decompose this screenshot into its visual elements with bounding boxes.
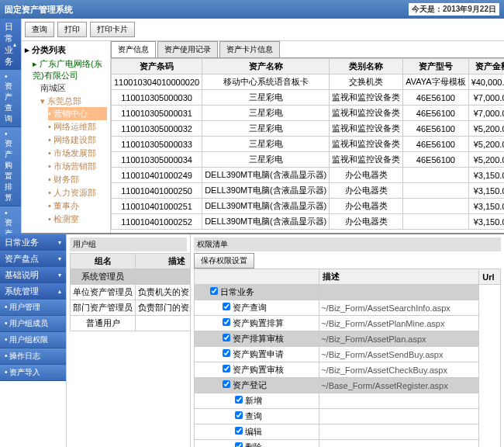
col-header: 资产名称 [202, 59, 330, 74]
search-button[interactable]: 查询 [25, 22, 54, 37]
col-header: 资产型号 [403, 59, 468, 74]
chevron-up-icon: ▴ [13, 41, 16, 48]
table-row[interactable]: 110010305000032三星彩电监视和监控设备类46E56100¥5,20… [112, 121, 505, 137]
table-row[interactable]: 110010401000249DELL390MT电脑(含液晶显示器)办公电器类¥… [112, 168, 505, 183]
toolbar: 查询 打印 打印卡片 [22, 19, 504, 41]
nav-section[interactable]: 资产盘点▾ [0, 251, 66, 267]
perm-checkbox[interactable] [210, 287, 218, 295]
permission-panel: 权限清单 保存权限设置 描述Url 日常业务 资产查询~/Biz_Form/As… [190, 234, 504, 447]
print-card-button[interactable]: 打印卡片 [90, 22, 135, 37]
col-header: 资产金额 [468, 59, 504, 74]
left-sidebar: 日常业务▴ • 资产查询• 资产购置排算• 资产排算审核• 资产购置申请• 资产… [0, 19, 21, 233]
tab[interactable]: 资产卡片信息 [219, 41, 280, 57]
tree-leaf[interactable]: • 网络建设部 [48, 133, 107, 147]
category-tree: ▸ 分类列表 ▸ 广东广电网络(东莞)有限公司 南城区 ▾ 东莞总部 • 营销中… [22, 41, 111, 233]
table-row[interactable]: 110010304010000020移动中心系统语音板卡交换机类AVAYA字母模… [112, 74, 505, 90]
perm-row[interactable]: 日常业务 [195, 285, 501, 300]
perm-checkbox[interactable] [235, 396, 243, 404]
tree-leaf[interactable]: • 董事办 [48, 199, 107, 213]
tree-leaf[interactable]: • 财务部 [48, 173, 107, 186]
table-row[interactable]: 110010305000031三星彩电监视和监控设备类46E56100¥7,00… [112, 106, 505, 121]
left-sidebar-2: 日常业务▾资产盘点▾基础说明▾系统管理▴ • 用户管理• 用户组成员• 用户组权… [0, 234, 66, 447]
perm-row[interactable]: 新增 [195, 393, 501, 409]
tree-leaf[interactable]: • 检测室 [48, 213, 107, 226]
nav-section-daily[interactable]: 日常业务▴ [0, 19, 21, 70]
tab-bar: 资产信息资产使用记录资产卡片信息 [111, 41, 504, 58]
tree-root[interactable]: ▸ 广东广电网络(东莞)有限公司 南城区 ▾ 东莞总部 • 营销中心• 网络运维… [33, 57, 107, 227]
perm-row[interactable]: 编辑 [195, 424, 501, 440]
group-panel: 用户组 组名描述新增 系统管理员编辑删除单位资产管理员负责机关的资产管理编辑删除… [66, 234, 190, 447]
table-row[interactable]: 110010401000251DELL390MT电脑(含液晶显示器)办公电器类¥… [112, 199, 505, 214]
nav-item[interactable]: • 操作日志 [0, 348, 66, 365]
table-row[interactable]: 110010401000250DELL390MT电脑(含液晶显示器)办公电器类¥… [112, 183, 505, 199]
tree-leaf[interactable]: • 网络运维部 [48, 120, 107, 133]
table-row[interactable]: 110010305000030三星彩电监视和监控设备类46E56100¥7,00… [112, 90, 505, 106]
tree-branch[interactable]: ▾ 东莞总部 • 营销中心• 网络运维部• 网络建设部• 市场发展部• 市场营销… [40, 95, 107, 227]
app-header: 固定资产管理系统 今天是：2013年9月22日 [0, 0, 504, 19]
asset-table: 资产条码资产名称类别名称资产型号资产金额资产代码保管部门保管人操作资产位置期初个… [111, 58, 504, 230]
tree-title: ▸ 分类列表 [25, 44, 107, 56]
nav-item[interactable]: • 资产导入 [0, 365, 66, 381]
perm-row[interactable]: 资产排算审核~/Biz_Form/AssetPlan.aspx [195, 331, 501, 347]
perm-row[interactable]: 查询 [195, 409, 501, 424]
perm-checkbox[interactable] [223, 303, 230, 310]
col-header: 类别名称 [330, 59, 403, 74]
nav-item[interactable]: • 资产购置排算 [0, 127, 21, 206]
app-title: 固定资产管理系统 [5, 4, 73, 16]
nav-item[interactable]: • 用户管理 [0, 300, 66, 316]
perm-title: 权限清单 [194, 237, 501, 251]
tree-leaf[interactable]: • 人力资源部 [48, 186, 107, 199]
perm-row[interactable]: 资产登记~/Base_Form/AssetRegister.aspx [195, 378, 501, 393]
perm-checkbox[interactable] [223, 318, 230, 326]
nav-section[interactable]: 日常业务▾ [0, 234, 66, 251]
table-row[interactable]: 110010305000033三星彩电监视和监控设备类46E56100¥5,20… [112, 137, 505, 152]
tree-leaf[interactable]: • 市场发展部 [48, 147, 107, 160]
tab[interactable]: 资产使用记录 [157, 41, 218, 57]
nav-section[interactable]: 系统管理▴ [0, 283, 66, 300]
save-perm-button[interactable]: 保存权限设置 [194, 253, 254, 269]
perm-checkbox[interactable] [223, 365, 230, 372]
perm-row[interactable]: 删除 [195, 440, 501, 448]
perm-row[interactable]: 资产购置排算~/Biz_Form/AssetPlanMine.aspx [195, 316, 501, 331]
perm-checkbox[interactable] [235, 411, 243, 419]
perm-checkbox[interactable] [223, 334, 230, 341]
print-button[interactable]: 打印 [57, 22, 87, 37]
perm-checkbox[interactable] [235, 427, 243, 435]
table-row[interactable]: 110010401000252DELL390MT电脑(含液晶显示器)办公电器类¥… [112, 214, 505, 230]
perm-checkbox[interactable] [223, 380, 230, 388]
perm-row[interactable]: 资产购置审核~/Biz_Form/AssetCheckBuy.aspx [195, 362, 501, 378]
perm-row[interactable]: 资产购置申请~/Biz_Form/AssetSendBuy.aspx [195, 347, 501, 362]
perm-row[interactable]: 资产查询~/Biz_Form/AssetSearchInfo.aspx [195, 300, 501, 316]
tree-leaf[interactable]: • 营销中心 [48, 107, 107, 120]
perm-checkbox[interactable] [235, 442, 243, 447]
col-header: 资产条码 [112, 59, 202, 74]
nav-item[interactable]: • 资产查询 [0, 70, 21, 127]
nav-item[interactable]: • 用户组权限 [0, 332, 66, 348]
group-title: 用户组 [70, 237, 187, 251]
perm-checkbox[interactable] [223, 349, 230, 357]
table-row[interactable]: 110010305000034三星彩电监视和监控设备类46E56100¥5,20… [112, 152, 505, 168]
nav-item[interactable]: • 用户组成员 [0, 316, 66, 332]
nav-section[interactable]: 基础说明▾ [0, 267, 66, 283]
tree-node[interactable]: 南城区 [40, 81, 107, 95]
perm-table: 描述Url 日常业务 资产查询~/Biz_Form/AssetSearchInf… [194, 269, 501, 447]
tab[interactable]: 资产信息 [111, 41, 156, 57]
tree-leaf[interactable]: • 市场营销部 [48, 160, 107, 173]
header-date: 今天是：2013年9月22日 [409, 3, 499, 16]
